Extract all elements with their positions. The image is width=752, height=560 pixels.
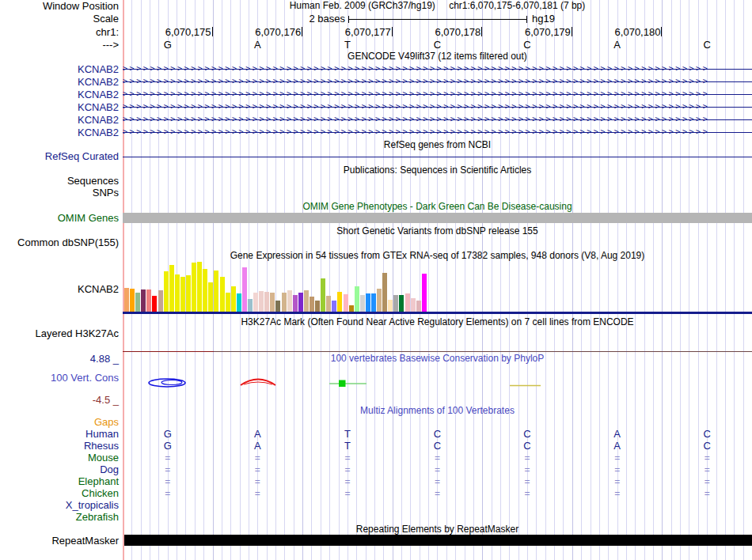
gtex-bar[interactable]	[304, 290, 309, 312]
gencode-transcript-line[interactable]: >>>>>>>>>>>>>>>>>>>>>>>>>>>>>>>>>>>>>>>>…	[123, 89, 752, 99]
gtex-bar[interactable]	[416, 301, 421, 312]
gencode-transcript-line[interactable]: >>>>>>>>>>>>>>>>>>>>>>>>>>>>>>>>>>>>>>>>…	[123, 115, 752, 124]
gtex-bar[interactable]	[242, 267, 247, 312]
h3k27ac-label[interactable]: Layered H3K27Ac	[0, 328, 119, 339]
gtex-bar[interactable]	[264, 292, 269, 312]
multiz-species-label[interactable]: Human	[0, 429, 119, 440]
gtex-bar[interactable]	[326, 296, 331, 312]
repeatmasker-element-bar[interactable]	[124, 535, 752, 546]
gtex-bar[interactable]	[248, 299, 253, 312]
refseq-track-title[interactable]: RefSeq genes from NCBI	[123, 140, 752, 150]
gtex-bar[interactable]	[337, 292, 342, 312]
omim-gene-bar[interactable]	[123, 213, 752, 223]
gtex-bar[interactable]	[393, 295, 398, 312]
multiz-species-label[interactable]: X_tropicalis	[0, 500, 119, 511]
gtex-bar[interactable]	[220, 277, 225, 312]
refseq-gene-line[interactable]	[123, 157, 752, 157]
gtex-bar[interactable]	[382, 273, 387, 312]
multiz-species-label[interactable]: Elephant	[0, 476, 119, 487]
gtex-bar[interactable]	[180, 277, 185, 312]
gtex-bar[interactable]	[422, 274, 427, 312]
gtex-bar[interactable]	[259, 291, 264, 312]
gencode-transcript-line[interactable]: >>>>>>>>>>>>>>>>>>>>>>>>>>>>>>>>>>>>>>>>…	[123, 64, 752, 74]
gencode-track-title[interactable]: GENCODE V49lift37 (12 items filtered out…	[123, 51, 752, 62]
phylop-wiggle-shapes[interactable]	[123, 348, 752, 403]
multiz-species-label[interactable]: Rhesus	[0, 441, 119, 452]
gtex-bar[interactable]	[175, 274, 180, 312]
gtex-bar[interactable]	[366, 293, 370, 312]
dbsnp-label[interactable]: Common dbSNP(155)	[0, 237, 119, 248]
phylop-green-point[interactable]	[339, 380, 346, 388]
gtex-bar[interactable]	[310, 297, 314, 312]
gtex-baseline[interactable]	[123, 312, 752, 314]
multiz-species-label[interactable]: Chicken	[0, 488, 119, 499]
dbsnp-track-title[interactable]: Short Genetic Variants from dbSNP releas…	[123, 226, 752, 236]
multiz-species-label[interactable]: Gaps	[0, 417, 119, 428]
gtex-bar[interactable]	[293, 295, 298, 312]
omim-genes-label[interactable]: OMIM Genes	[0, 213, 119, 224]
omim-track-title[interactable]: OMIM Gene Phenotypes - Dark Green Can Be…	[123, 202, 752, 212]
gencode-gene-label[interactable]: KCNAB2	[0, 102, 119, 113]
gtex-gene-label[interactable]: KCNAB2	[0, 284, 119, 295]
publications-sequences-label[interactable]: Sequences	[0, 176, 119, 187]
gtex-bar[interactable]	[130, 289, 135, 312]
gtex-bar[interactable]	[158, 290, 163, 312]
gtex-bar[interactable]	[411, 298, 416, 312]
multiz-species-label[interactable]: Dog	[0, 464, 119, 475]
repeatmasker-track-title[interactable]: Repeating Elements by RepeatMasker	[123, 524, 752, 535]
gtex-bar[interactable]	[186, 275, 191, 312]
gtex-bar[interactable]	[377, 289, 382, 312]
publications-snps-label[interactable]: SNPs	[0, 187, 119, 199]
gencode-gene-label[interactable]: KCNAB2	[0, 127, 119, 138]
gtex-bar[interactable]	[298, 293, 303, 312]
gtex-bar[interactable]	[135, 293, 140, 312]
gtex-bar[interactable]	[360, 295, 365, 312]
gencode-gene-label[interactable]: KCNAB2	[0, 77, 119, 88]
gencode-gene-label[interactable]: KCNAB2	[0, 115, 119, 126]
gtex-bar[interactable]	[282, 293, 287, 312]
gtex-bar[interactable]	[388, 300, 393, 312]
gencode-gene-label[interactable]: KCNAB2	[0, 64, 119, 75]
gtex-bar[interactable]	[231, 286, 236, 312]
gtex-bar[interactable]	[287, 290, 292, 312]
gtex-bar[interactable]	[203, 269, 207, 312]
gencode-transcript-line[interactable]: >>>>>>>>>>>>>>>>>>>>>>>>>>>>>>>>>>>>>>>>…	[123, 102, 752, 112]
gtex-bar[interactable]	[192, 263, 196, 312]
refseq-curated-label[interactable]: RefSeq Curated	[0, 151, 119, 162]
publications-track-title[interactable]: Publications: Sequences in Scientific Ar…	[123, 165, 752, 176]
gtex-bar[interactable]	[214, 271, 218, 312]
gencode-gene-label[interactable]: KCNAB2	[0, 89, 119, 100]
gtex-bar[interactable]	[321, 278, 325, 312]
gtex-track-title[interactable]: Gene Expression in 54 tissues from GTEx …	[123, 251, 752, 261]
multiz-species-label[interactable]: Mouse	[0, 452, 119, 464]
gtex-bar[interactable]	[197, 262, 202, 312]
gtex-bar[interactable]	[371, 293, 376, 312]
gtex-bar[interactable]	[270, 293, 275, 312]
gtex-bar[interactable]	[349, 305, 354, 312]
gtex-bar[interactable]	[332, 301, 336, 312]
gencode-transcript-line[interactable]: >>>>>>>>>>>>>>>>>>>>>>>>>>>>>>>>>>>>>>>>…	[123, 77, 752, 86]
multiz-species-label[interactable]: Zebrafish	[0, 512, 119, 523]
gtex-bar[interactable]	[152, 296, 157, 312]
h3k27ac-track-title[interactable]: H3K27Ac Mark (Often Found Near Active Re…	[123, 317, 752, 327]
gtex-bar[interactable]	[344, 294, 348, 312]
gtex-bar[interactable]	[226, 293, 230, 312]
gtex-bar[interactable]	[141, 289, 146, 312]
conservation-label[interactable]: 100 Vert. Cons	[0, 373, 119, 384]
gtex-bar[interactable]	[164, 271, 169, 312]
gtex-bar[interactable]	[146, 289, 151, 312]
repeatmasker-label[interactable]: RepeatMasker	[0, 535, 119, 547]
multiz-track-title[interactable]: Multiz Alignments of 100 Vertebrates	[123, 406, 752, 416]
gtex-bar[interactable]	[208, 282, 213, 312]
gtex-bar[interactable]	[124, 288, 129, 312]
gtex-bar[interactable]	[275, 301, 280, 312]
gtex-bar[interactable]	[169, 265, 174, 312]
phylop-red-arc-inner[interactable]	[244, 382, 272, 384]
gtex-bar[interactable]	[237, 293, 241, 312]
gtex-bar[interactable]	[405, 293, 410, 312]
phylop-blue-inner-loop[interactable]	[161, 380, 182, 385]
gtex-bar[interactable]	[355, 286, 359, 312]
gencode-transcript-line[interactable]: >>>>>>>>>>>>>>>>>>>>>>>>>>>>>>>>>>>>>>>>…	[123, 127, 752, 137]
gtex-bar[interactable]	[253, 293, 258, 312]
gtex-bar[interactable]	[399, 295, 404, 312]
